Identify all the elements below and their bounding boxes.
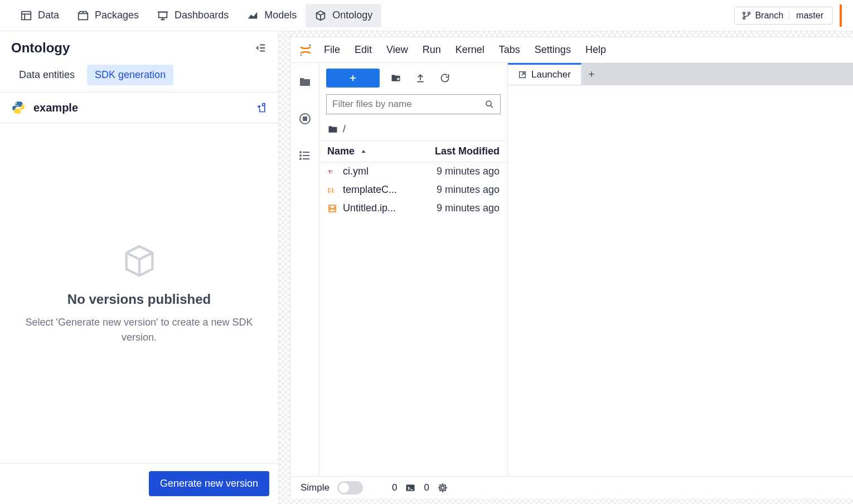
svg-line-35	[491, 105, 493, 108]
status-bar: Simple 0 0	[290, 476, 853, 498]
collapse-icon[interactable]	[255, 42, 267, 54]
add-tab-button[interactable]	[581, 63, 602, 85]
chip-icon[interactable]	[437, 482, 448, 493]
menu-edit[interactable]: Edit	[351, 42, 375, 58]
chart-icon	[246, 9, 259, 22]
new-folder-button[interactable]	[387, 70, 404, 86]
sdk-item-name: example	[33, 101, 78, 114]
folder-icon	[327, 124, 338, 135]
svg-point-10	[743, 17, 745, 19]
modified-column-label[interactable]: Last Modified	[435, 146, 500, 157]
empty-state: No versions published Select 'Generate n…	[0, 123, 278, 463]
tab-data-entities[interactable]: Data entities	[11, 65, 83, 85]
svg-text:Y:: Y:	[328, 169, 333, 175]
kernel-count: 0	[424, 482, 429, 493]
svg-rect-46	[441, 486, 444, 489]
jupyter-menubar: File Edit View Run Kernel Tabs Settings …	[290, 37, 853, 63]
svg-text:{:}: {:}	[328, 187, 334, 193]
branch-icon	[741, 11, 752, 21]
svg-point-9	[743, 12, 745, 14]
file-modified: 9 minutes ago	[437, 166, 500, 177]
nav-label: Dashboards	[175, 9, 229, 21]
list-icon[interactable]	[296, 147, 314, 164]
file-table-header: Name Last Modified	[319, 140, 507, 162]
sdk-item-row[interactable]: example	[0, 93, 278, 123]
launcher-content	[508, 85, 853, 476]
refresh-button[interactable]	[437, 70, 453, 86]
path-text: /	[343, 123, 346, 135]
svg-point-11	[748, 12, 750, 14]
menu-view[interactable]: View	[383, 42, 411, 58]
file-modified: 9 minutes ago	[437, 202, 500, 214]
svg-point-26	[300, 155, 301, 156]
terminal-count: 0	[392, 482, 397, 493]
box-icon	[120, 241, 159, 280]
package-icon	[77, 9, 89, 22]
search-icon	[484, 99, 495, 109]
folder-icon[interactable]	[296, 73, 314, 91]
branch-value: master	[794, 11, 826, 21]
name-column-label[interactable]: Name	[327, 146, 355, 157]
nav-label: Data	[38, 9, 59, 21]
menu-file[interactable]: File	[321, 42, 343, 58]
jupyter-logo-icon	[298, 43, 313, 57]
svg-point-15	[16, 103, 17, 104]
tab-sdk-generation[interactable]: SDK generation	[87, 65, 173, 85]
svg-point-19	[300, 54, 302, 56]
top-nav: Data Packages Dashboards Models Ontology…	[0, 0, 853, 31]
file-modified: 9 minutes ago	[437, 184, 500, 196]
svg-marker-36	[362, 150, 366, 153]
svg-point-34	[486, 101, 491, 106]
file-icon	[327, 203, 337, 214]
new-launcher-button[interactable]	[326, 69, 380, 88]
nav-label: Ontology	[332, 9, 372, 21]
simple-mode-toggle[interactable]	[337, 481, 363, 495]
file-name: ci.yml	[343, 166, 369, 177]
generate-version-button[interactable]: Generate new version	[149, 471, 269, 496]
svg-point-27	[300, 158, 301, 159]
sort-asc-icon	[360, 148, 367, 155]
breadcrumb[interactable]: /	[319, 120, 507, 140]
file-browser: / Name Last Modified Y:ci.yml9 minutes a…	[319, 63, 508, 476]
terminal-icon[interactable]	[405, 482, 416, 493]
file-name: templateC...	[343, 184, 397, 196]
file-row[interactable]: Untitled.ip...9 minutes ago	[319, 199, 507, 217]
branch-selector[interactable]: Branch master	[734, 7, 833, 25]
file-import-icon[interactable]	[256, 101, 267, 114]
svg-rect-4	[159, 12, 167, 17]
file-icon: Y:	[327, 167, 337, 177]
file-name: Untitled.ip...	[343, 202, 396, 214]
simple-mode-label: Simple	[301, 482, 329, 493]
tab-strip: Launcher	[508, 63, 853, 85]
file-icon: {:}	[327, 185, 337, 195]
menu-kernel[interactable]: Kernel	[452, 42, 488, 58]
workspace-area: File Edit View Run Kernel Tabs Settings …	[279, 31, 853, 504]
svg-rect-45	[440, 485, 445, 491]
accent-strip	[840, 4, 842, 27]
menu-help[interactable]: Help	[582, 42, 609, 58]
tab-label: Launcher	[531, 69, 571, 80]
menu-run[interactable]: Run	[419, 42, 444, 58]
file-row[interactable]: {:}templateC...9 minutes ago	[319, 181, 507, 199]
python-icon	[11, 100, 26, 115]
upload-button[interactable]	[412, 70, 429, 86]
nav-data[interactable]: Data	[11, 4, 68, 27]
menu-settings[interactable]: Settings	[531, 42, 574, 58]
svg-rect-21	[303, 117, 307, 120]
tab-launcher[interactable]: Launcher	[508, 63, 581, 85]
nav-packages[interactable]: Packages	[68, 4, 148, 27]
presentation-icon	[157, 9, 169, 22]
nav-ontology[interactable]: Ontology	[306, 4, 381, 27]
nav-models[interactable]: Models	[238, 4, 306, 27]
nav-dashboards[interactable]: Dashboards	[148, 4, 238, 27]
nav-label: Packages	[95, 9, 139, 21]
ontology-panel: Ontology Data entities SDK generation ex…	[0, 31, 279, 504]
panel-title: Ontology	[11, 40, 70, 56]
stop-icon[interactable]	[296, 110, 314, 128]
file-row[interactable]: Y:ci.yml9 minutes ago	[319, 162, 507, 181]
nav-label: Models	[264, 9, 297, 21]
file-filter[interactable]	[326, 94, 501, 114]
branch-label-text: Branch	[755, 11, 783, 21]
file-filter-input[interactable]	[332, 99, 480, 110]
menu-tabs[interactable]: Tabs	[496, 42, 524, 58]
